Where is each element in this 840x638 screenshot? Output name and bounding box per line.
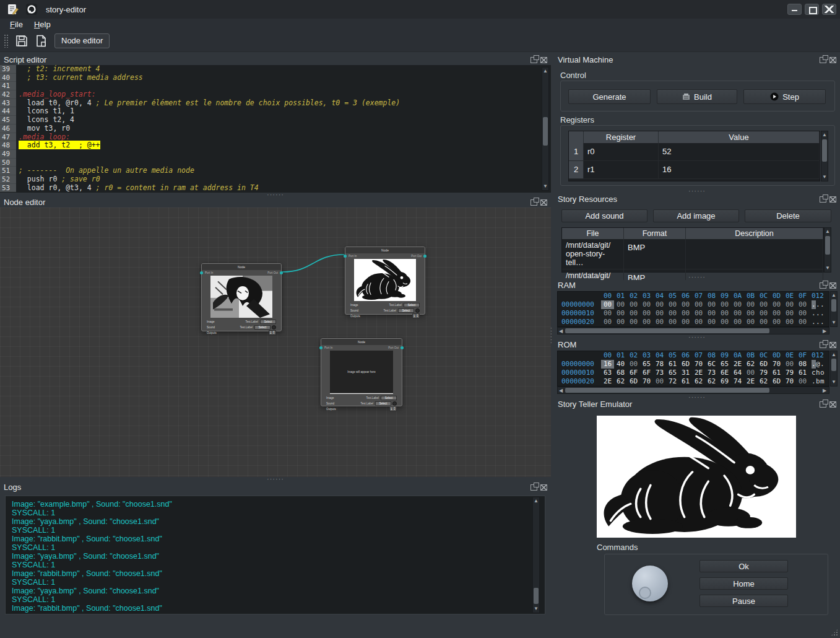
hex-byte[interactable]: 2E xyxy=(601,377,614,386)
registers-col-register[interactable]: Register xyxy=(584,131,659,143)
new-file-icon[interactable] xyxy=(35,34,48,48)
hex-byte[interactable]: 65 xyxy=(640,360,653,369)
hex-byte[interactable]: 00 xyxy=(666,300,679,309)
virtual-machine-header[interactable]: Virtual Machine xyxy=(554,55,840,65)
hex-byte[interactable]: 62 xyxy=(614,377,627,386)
hex-byte[interactable]: 73 xyxy=(705,369,718,377)
resources-scrollbar[interactable] xyxy=(824,227,831,273)
outputs-spinner[interactable]: 1▲▼ xyxy=(389,406,397,411)
hex-byte[interactable]: 00 xyxy=(679,309,692,318)
hex-byte[interactable]: 6F xyxy=(640,369,653,377)
close-panel-icon[interactable] xyxy=(829,401,836,408)
hex-byte[interactable]: 6E xyxy=(718,369,731,377)
ram-vertical-scrollbar[interactable] xyxy=(830,291,838,327)
hex-byte[interactable]: 00 xyxy=(627,300,640,309)
toolbar-drag-handle[interactable] xyxy=(4,34,9,48)
hex-byte[interactable]: 00 xyxy=(757,309,770,318)
hex-byte[interactable]: 00 xyxy=(614,300,627,309)
add-image-button[interactable]: Add image xyxy=(653,209,739,222)
pause-button[interactable]: Pause xyxy=(699,595,788,607)
hex-byte[interactable]: 6F xyxy=(627,369,640,377)
ram-header[interactable]: RAM xyxy=(554,280,840,291)
select-image-button[interactable]: Select xyxy=(404,303,420,307)
close-panel-icon[interactable] xyxy=(540,57,547,63)
port-in-dot[interactable] xyxy=(344,255,347,258)
titlebar[interactable]: story-editor xyxy=(0,0,840,19)
hex-byte[interactable]: 08 xyxy=(796,360,809,369)
close-panel-icon[interactable] xyxy=(829,196,836,203)
code-line[interactable]: 52 push r0 ; save r0 xyxy=(0,175,551,184)
hex-byte[interactable]: 00 xyxy=(796,318,809,326)
hex-byte[interactable]: 70 xyxy=(640,377,653,386)
hex-byte[interactable]: 40 xyxy=(614,360,627,369)
float-panel-icon[interactable] xyxy=(820,57,826,63)
hex-byte[interactable]: 00 xyxy=(640,318,653,326)
media-node-3[interactable]: NodePort InPort OutImage will appear her… xyxy=(321,338,402,406)
hex-byte[interactable]: 00 xyxy=(614,309,627,318)
hex-byte[interactable]: 6D xyxy=(679,360,692,369)
hex-byte[interactable]: 72 xyxy=(666,377,679,386)
close-panel-icon[interactable] xyxy=(540,484,547,491)
hex-byte[interactable]: 74 xyxy=(731,377,744,386)
hex-byte[interactable]: 00 xyxy=(692,318,705,326)
close-panel-icon[interactable] xyxy=(829,282,836,289)
hex-byte[interactable]: 65 xyxy=(718,360,731,369)
code-line[interactable]: 47.media_loop: xyxy=(0,133,551,142)
select-image-button[interactable]: Select xyxy=(381,396,397,400)
hex-byte[interactable]: 61 xyxy=(666,360,679,369)
port-out-dot[interactable] xyxy=(423,255,426,258)
home-button[interactable]: Home xyxy=(699,577,788,590)
hex-byte[interactable]: 61 xyxy=(770,369,783,377)
float-panel-icon[interactable] xyxy=(820,282,826,289)
ram-hex-view[interactable]: 000102030405060708090A0B0C0D0E0F01200000… xyxy=(557,291,829,327)
node-title[interactable]: Node xyxy=(321,339,402,345)
hex-byte[interactable]: 00 xyxy=(796,309,809,318)
logs-header[interactable]: Logs xyxy=(0,482,551,492)
build-button[interactable]: Build xyxy=(657,89,737,104)
select-image-button[interactable]: Select xyxy=(260,320,276,324)
hex-byte[interactable]: 6D xyxy=(757,360,770,369)
hex-byte[interactable]: 62 xyxy=(692,377,705,386)
registers-scrollbar[interactable] xyxy=(821,131,828,181)
hex-byte[interactable]: 79 xyxy=(757,369,770,377)
hex-byte[interactable]: 00 xyxy=(783,318,796,326)
script-editor-header[interactable]: Script editor xyxy=(0,55,551,65)
hex-byte[interactable]: 00 xyxy=(770,300,783,309)
hex-byte[interactable]: 00 xyxy=(601,300,614,309)
hex-byte[interactable]: 00 xyxy=(614,318,627,326)
hex-byte[interactable]: 6D xyxy=(627,377,640,386)
float-panel-icon[interactable] xyxy=(530,199,537,206)
code-line[interactable]: 40 ; t3: current media address xyxy=(0,74,551,82)
add-sound-button[interactable]: Add sound xyxy=(561,209,647,222)
close-panel-icon[interactable] xyxy=(540,199,547,206)
splitter-ram-rom[interactable] xyxy=(554,335,840,339)
play-sound-icon[interactable] xyxy=(392,401,397,406)
hex-byte[interactable]: 2E xyxy=(692,369,705,377)
logs-vertical-scrollbar[interactable] xyxy=(532,497,540,613)
hex-byte[interactable]: 00 xyxy=(783,309,796,318)
hex-byte[interactable]: 70 xyxy=(692,360,705,369)
hex-byte[interactable]: 61 xyxy=(796,369,809,377)
code-line[interactable]: 50 xyxy=(0,159,551,167)
hex-byte[interactable]: 00 xyxy=(679,318,692,326)
splitter-vm-resources[interactable] xyxy=(554,189,840,194)
hex-byte[interactable]: 61 xyxy=(679,377,692,386)
hex-byte[interactable]: 00 xyxy=(627,309,640,318)
save-icon[interactable] xyxy=(15,34,28,48)
code-line[interactable]: 45 lcons t2, 4 xyxy=(0,116,551,125)
hex-byte[interactable]: 31 xyxy=(679,369,692,377)
node-title[interactable]: Node xyxy=(345,247,425,253)
hex-byte[interactable]: 00 xyxy=(744,309,757,318)
close-panel-icon[interactable] xyxy=(829,57,836,63)
hex-byte[interactable]: 00 xyxy=(692,300,705,309)
code-line[interactable]: 49 xyxy=(0,150,551,159)
hex-byte[interactable]: 00 xyxy=(640,309,653,318)
register-row[interactable]: 2r116 xyxy=(569,161,820,179)
script-code-view[interactable]: 39 ; t2: increment 440 ; t3: current med… xyxy=(0,65,551,193)
hex-byte[interactable]: 79 xyxy=(783,369,796,377)
emulator-header[interactable]: Story Teller Emulator xyxy=(554,399,840,409)
code-line[interactable]: 43 load t0, @r0, 4 ; Le premier élément … xyxy=(0,99,551,108)
port-out-dot[interactable] xyxy=(280,271,283,274)
register-row[interactable]: 1r052 xyxy=(569,143,820,161)
registers-table[interactable]: Register Value 1r0522r116 xyxy=(568,131,820,181)
